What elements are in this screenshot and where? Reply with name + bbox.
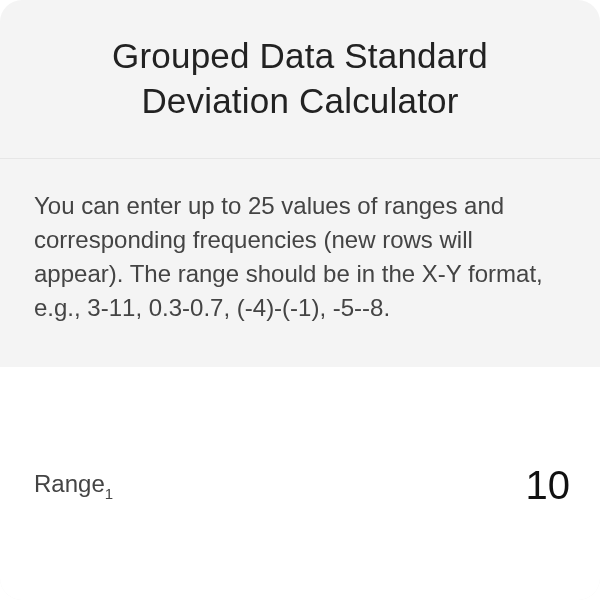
range-input[interactable] — [370, 463, 570, 508]
range-label-text: Range — [34, 470, 105, 497]
instructions-text: You can enter up to 25 values of ranges … — [0, 158, 600, 367]
calculator-card: Grouped Data Standard Deviation Calculat… — [0, 0, 600, 600]
input-row: Range1 — [0, 367, 600, 600]
range-label-sub: 1 — [105, 485, 113, 502]
page-title: Grouped Data Standard Deviation Calculat… — [40, 34, 560, 124]
card-header: Grouped Data Standard Deviation Calculat… — [0, 0, 600, 158]
range-label: Range1 — [34, 470, 113, 501]
